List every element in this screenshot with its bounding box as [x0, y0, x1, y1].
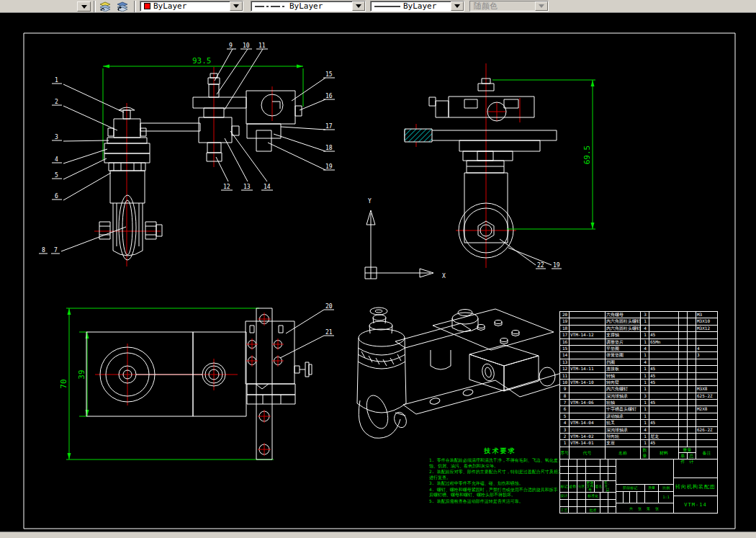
bom-qty: 3: [641, 312, 649, 318]
bom-unit-weight: [679, 312, 688, 318]
bom-and-title-block: 20 六角螺母 3 M3 19 内六角圆柱头螺钉 1 M3X10 18 内六角圆…: [559, 311, 718, 514]
bom-qty: 4: [641, 359, 649, 365]
svg-text:6: 6: [55, 193, 58, 199]
table-row: 11 转轴 1 45: [560, 373, 717, 380]
standardization-label: 标准化: [586, 493, 600, 499]
bom-total-weight: [688, 318, 696, 324]
lineweight-control-value: ByLayer: [403, 1, 436, 11]
bom-name: 弹簧垫圈: [606, 352, 641, 358]
svg-text:1: 1: [55, 77, 58, 84]
chevron-down-icon: [233, 4, 239, 8]
stage-mark-label: 阶段标记: [616, 485, 645, 491]
bom-note: M3X8: [696, 386, 717, 392]
bom-qty: 1: [641, 434, 649, 439]
note-line: 1. 零件在装配前必须清理和清洗干净，不得有毛刺、飞边、氧化皮、锈蚀、切屑、油污…: [429, 457, 571, 468]
bom-qty: 1: [641, 366, 649, 372]
bom-name: 深沟球轴承: [606, 393, 641, 399]
make-object-layer-current-button[interactable]: [97, 1, 113, 12]
bom-material: 45: [649, 440, 679, 446]
bom-seq: 7: [560, 400, 570, 405]
color-control-arrow[interactable]: [230, 1, 243, 11]
plotstyle-control-combo: 随颜色: [469, 1, 549, 12]
table-row: 9 内六角螺钉 1 M3X8: [560, 386, 717, 393]
svg-text:9: 9: [229, 42, 233, 49]
layer-previous-button[interactable]: [114, 1, 130, 12]
change-row-label: 年、月、日: [603, 481, 612, 492]
table-row: 20 六角螺母 3 M3: [560, 312, 717, 318]
bom-code: [570, 359, 606, 365]
bom-seq: 14: [560, 352, 570, 358]
bom-note: [696, 373, 717, 379]
bom-unit-weight: [679, 326, 688, 331]
bom-material: [649, 393, 679, 399]
toolbar-separator: [94, 1, 96, 12]
bom-header-row: 序号 代号 名称 数量 材料 重量 单件 总计 备注: [560, 447, 717, 459]
bom-qty: 4: [641, 326, 649, 331]
bom-name: 导向轮: [606, 434, 641, 439]
linetype-control-arrow[interactable]: [352, 1, 365, 11]
title-block-middle: 阶段标记 质量 比例 1:1 共 张 第 张: [616, 459, 674, 514]
bom-code: VTM-14-12: [570, 332, 606, 338]
bom-unit-weight: [679, 440, 688, 446]
bom-code: [570, 346, 606, 351]
bom-rows: 20 六角螺母 3 M3 19 内六角圆柱头螺钉 1 M3X10 18 内六角圆…: [560, 312, 717, 447]
color-control-combo[interactable]: ByLayer: [140, 1, 243, 12]
bom-seq: 18: [560, 326, 570, 331]
color-swatch: [144, 3, 150, 9]
chevron-down-icon: [81, 5, 87, 9]
svg-text:2: 2: [55, 99, 58, 105]
chevron-down-icon: [356, 4, 361, 8]
lineweight-preview: [374, 4, 400, 9]
chevron-down-icon: [454, 4, 460, 8]
bom-code: [570, 326, 606, 331]
bom-header-qty: 数量: [641, 447, 649, 459]
bom-total-weight: [688, 440, 696, 446]
company-cell: [674, 459, 717, 478]
linetype-preview: [255, 4, 287, 9]
ucs-y-label: Y: [368, 198, 372, 205]
bom-total-weight: [688, 386, 696, 392]
bom-material: 45: [649, 400, 679, 405]
linetype-control-combo[interactable]: ByLayer: [251, 1, 366, 12]
bom-unit-weight: [679, 346, 688, 351]
svg-text:21: 21: [325, 329, 333, 336]
bom-material: [649, 386, 679, 392]
bom-total-weight: [688, 400, 696, 405]
lineweight-control-combo[interactable]: ByLayer: [370, 1, 464, 12]
bom-seq: 12: [560, 366, 570, 372]
bom-unit-weight: [679, 339, 688, 345]
bom-total-weight: [688, 373, 696, 379]
plotstyle-control-value: 随颜色: [474, 1, 498, 12]
bom-seq: 17: [560, 332, 570, 338]
table-row: 7 VTM-14-06 轮轴 1 45: [560, 400, 717, 406]
bom-name: 挡圈: [606, 359, 641, 365]
bom-name: 轮叉: [606, 420, 641, 426]
bom-total-weight: [688, 413, 696, 419]
change-row-labels: 标记处数分区更改文件号签名年、月、日: [560, 481, 616, 493]
svg-text:4: 4: [55, 156, 58, 163]
bom-note: 626-2Z: [696, 427, 717, 433]
sheet-count-label: 共 张 第 张: [616, 503, 673, 514]
bom-name: 十字槽盘头螺钉: [606, 406, 641, 412]
bom-name: 调整垫片: [606, 339, 641, 345]
bom-code: [570, 413, 606, 419]
bom-code: [570, 386, 606, 392]
bom-seq: 5: [560, 413, 570, 419]
bom-note: [696, 366, 717, 372]
bom-qty: 4: [641, 346, 649, 351]
bom-total-weight: [688, 420, 696, 426]
bom-code: VTM-14-04: [570, 420, 606, 426]
toolbar-separator: [134, 1, 136, 12]
title-block-change-record: 标记处数分区更改文件号签名年、月、日 设计 标准化 工艺 批准: [560, 459, 616, 514]
bom-header-seq: 序号: [560, 447, 570, 459]
svg-text:93.5: 93.5: [192, 56, 212, 66]
layer-dropdown-button[interactable]: [77, 1, 91, 12]
bom-material: 45: [649, 332, 679, 338]
bom-name: 深沟球轴承: [606, 427, 641, 433]
bom-seq: 9: [560, 386, 570, 392]
chevron-down-icon: [539, 4, 544, 8]
bom-material: 45: [649, 373, 679, 379]
lineweight-control-arrow[interactable]: [451, 1, 464, 11]
bom-header-note: 备注: [696, 447, 717, 459]
svg-text:69.5: 69.5: [582, 145, 592, 165]
